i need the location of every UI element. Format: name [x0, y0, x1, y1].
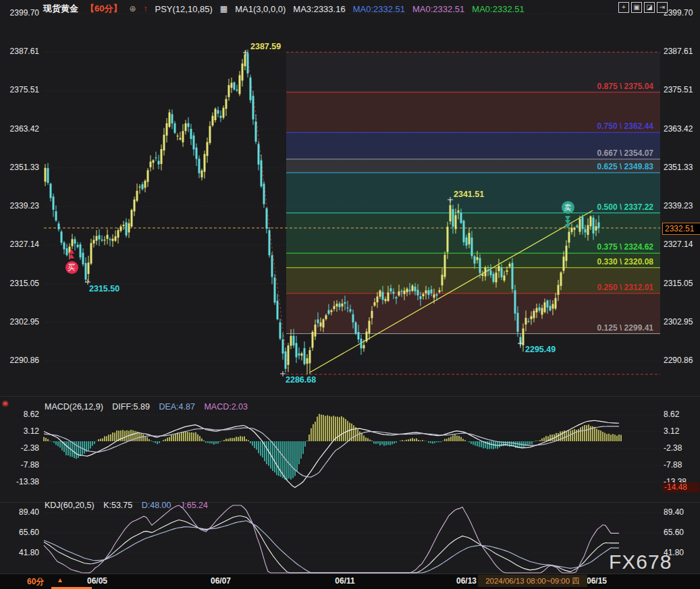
trading-chart-app: 买卖2399.702399.702387.612387.612375.51237… [0, 0, 700, 589]
kdj-d-value: D:48.00 [142, 501, 171, 510]
candlestick-icon[interactable]: ▦ [220, 4, 227, 13]
hovered-candle-time: 2024/06/13 08:00~09:00 四 [478, 575, 587, 587]
ma0-mid-value: MA0:2332.51 [412, 4, 464, 14]
ma3-value: MA3:2333.16 [293, 4, 345, 14]
kdj-j-value: J:65.24 [180, 501, 208, 510]
macd-dea-value: DEA:4.87 [159, 402, 195, 412]
current-price-tag: 2332.51 [662, 223, 700, 235]
macd-macd-value: MACD:2.03 [204, 402, 248, 412]
psy-indicator-label: PSY(12,10,85) [155, 4, 213, 14]
pan-tool-icon[interactable]: + [618, 2, 629, 13]
kdj-header: KDJ(60,20,5) K:53.75 D:48.00 J:65.24 [45, 501, 208, 510]
macd-diff-value: DIFF:5.89 [112, 402, 150, 412]
go-to-latest-icon[interactable]: ⇥ [657, 2, 668, 13]
time-axis-bar [0, 573, 700, 589]
macd-name: MACD(26,12,9) [45, 402, 103, 412]
fit-horizontal-icon[interactable]: ◪ [644, 2, 655, 13]
record-dot-icon: ◉ [2, 399, 9, 408]
kdj-name: KDJ(60,20,5) [45, 501, 95, 510]
fit-vertical-icon[interactable]: ▣ [631, 2, 642, 13]
chart-header: 现货黄金 【60分】 ⊕ ↑ PSY(12,10,85) ▦ MA1(3,0,0… [43, 3, 524, 15]
ma0-slow-value: MA0:2332.51 [472, 4, 524, 14]
chart-toolbar: +▣◪⇥ [618, 2, 668, 13]
ma0-fast-value: MA0:2332.51 [353, 4, 405, 14]
macd-header: MACD(26,12,9) DIFF:5.89 DEA:4.87 MACD:2.… [45, 402, 248, 412]
ma1-label: MA1(3,0,0,0) [235, 4, 286, 14]
macd-min-value-tag: -14.48 [663, 482, 699, 493]
timeframe-dropdown-icon[interactable]: ▲ [57, 576, 63, 584]
link-icon[interactable]: ⊕ [129, 4, 136, 13]
kdj-k-value: K:53.75 [103, 501, 132, 510]
timeframe-selector[interactable]: 60分 [27, 576, 44, 588]
up-arrow-icon: ↑ [144, 4, 148, 13]
instrument-title: 现货黄金 [43, 3, 78, 15]
timeframe-label[interactable]: 【60分】 [86, 3, 122, 15]
fx678-watermark: FX678 [609, 551, 672, 573]
